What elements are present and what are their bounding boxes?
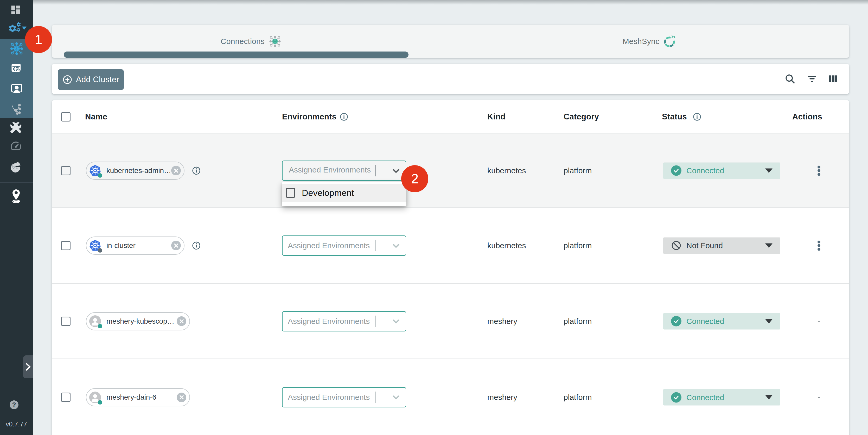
row-checkbox[interactable] xyxy=(61,166,70,175)
connection-info-icon[interactable] xyxy=(192,166,201,175)
row-checkbox[interactable] xyxy=(61,317,70,326)
caret-down-icon xyxy=(765,243,773,248)
sidebar-divider xyxy=(0,182,33,183)
status-chip-notfound[interactable]: Not Found xyxy=(663,237,780,254)
tab-bar: Connections MeshSync xyxy=(52,25,849,58)
chevron-down-icon[interactable] xyxy=(390,392,402,403)
status-dot xyxy=(98,324,102,328)
environments-info-icon[interactable] xyxy=(340,113,348,121)
column-header-kind[interactable]: Kind xyxy=(487,112,505,122)
status-label: Connected xyxy=(686,166,765,175)
view-columns-button[interactable] xyxy=(825,70,841,87)
placeholder-text: Assigned Environments xyxy=(289,165,371,174)
menu-item-development[interactable]: Development xyxy=(282,184,406,202)
sidebar-item-get-started[interactable] xyxy=(10,189,22,204)
column-header-environments[interactable]: Environments xyxy=(282,112,336,122)
add-cluster-button[interactable]: Add Cluster xyxy=(58,69,124,90)
sidebar-item-adapters[interactable] xyxy=(0,59,33,78)
status-dot xyxy=(98,400,102,405)
close-icon[interactable] xyxy=(177,393,186,402)
chevron-down-icon[interactable] xyxy=(22,27,27,30)
column-header-category[interactable]: Category xyxy=(564,112,599,122)
chevron-down-icon[interactable] xyxy=(390,240,402,251)
caret-down-icon xyxy=(765,395,773,400)
plus-circle-icon xyxy=(62,75,72,85)
status-label: Not Found xyxy=(686,241,765,250)
chevron-down-icon[interactable] xyxy=(390,165,402,177)
dashboard-icon xyxy=(10,4,21,15)
connection-name: in-cluster xyxy=(106,242,169,250)
kebab-dot xyxy=(817,169,820,172)
category-cell: platform xyxy=(564,241,592,250)
sidebar-item-extensions[interactable] xyxy=(9,160,22,173)
close-icon[interactable] xyxy=(177,316,186,326)
kebab-dot xyxy=(817,165,820,168)
code-window-wrench-icon xyxy=(10,62,23,75)
actions-empty: - xyxy=(810,317,827,326)
select-all-checkbox[interactable] xyxy=(61,112,70,122)
sidebar-item-lifecycle[interactable] xyxy=(8,22,22,33)
connection-info-icon[interactable] xyxy=(192,241,201,250)
sidebar-item-performance[interactable] xyxy=(8,139,23,152)
search-button[interactable] xyxy=(782,70,798,87)
column-header-status[interactable]: Status xyxy=(662,112,687,122)
kebab-dot xyxy=(817,240,820,243)
sidebar-item-configuration[interactable] xyxy=(9,121,22,134)
check-circle-icon xyxy=(671,316,681,327)
status-chip-connected[interactable]: Connected xyxy=(663,389,780,406)
tab-connections-label: Connections xyxy=(221,37,265,46)
crossed-wrenches-icon xyxy=(10,122,22,134)
version-label: v0.7.77 xyxy=(6,421,27,428)
row-actions-menu-button[interactable] xyxy=(810,240,827,251)
location-pin-icon xyxy=(10,189,22,204)
network-graph-icon xyxy=(10,101,23,115)
filter-button[interactable] xyxy=(804,70,820,87)
kebab-menu-icon xyxy=(817,240,820,251)
caret-down-icon xyxy=(765,168,773,173)
gauge-icon xyxy=(8,139,23,152)
connection-name-chip[interactable]: meshery-dain-6 xyxy=(86,388,190,406)
close-icon[interactable] xyxy=(171,166,181,175)
sidebar-item-clients[interactable] xyxy=(0,79,33,98)
select-divider xyxy=(375,165,376,177)
check-circle-icon xyxy=(671,392,681,402)
text-cursor xyxy=(288,166,288,176)
row-actions-menu-button[interactable] xyxy=(810,165,827,176)
status-dot xyxy=(98,173,102,178)
chevron-down-icon[interactable] xyxy=(390,316,402,327)
screen-user-icon xyxy=(10,82,24,95)
sidebar-expand-button[interactable] xyxy=(23,355,33,378)
table-header-row: Name Environments Kind Category Status A… xyxy=(52,100,849,134)
row-checkbox[interactable] xyxy=(61,241,70,250)
table-toolbar: Add Cluster xyxy=(52,64,849,94)
environments-select[interactable]: Assigned Environments xyxy=(282,160,406,181)
environments-select[interactable]: Assigned Environments xyxy=(282,387,406,407)
menu-item-label: Development xyxy=(302,188,354,198)
status-chip-connected[interactable]: Connected xyxy=(663,162,780,179)
add-cluster-label: Add Cluster xyxy=(76,75,119,84)
connection-name-chip[interactable]: kubernetes-admin… xyxy=(86,161,184,180)
help-icon[interactable]: ? xyxy=(10,400,19,409)
gears-icon xyxy=(8,22,22,33)
status-chip-connected[interactable]: Connected xyxy=(663,313,780,330)
environments-select[interactable]: Assigned Environments xyxy=(282,236,406,256)
sidebar-divider xyxy=(0,211,33,211)
top-shadow xyxy=(33,0,868,5)
sidebar-item-dashboard[interactable] xyxy=(10,4,21,15)
column-header-name[interactable]: Name xyxy=(85,112,107,122)
connection-name: meshery-kubescop… xyxy=(106,317,175,325)
menu-item-checkbox[interactable] xyxy=(286,188,295,198)
sidebar-submenu xyxy=(0,39,33,118)
sidebar-item-service-graph[interactable] xyxy=(0,98,33,118)
status-label: Connected xyxy=(686,393,765,402)
environments-select-placeholder: Assigned Environments xyxy=(288,165,375,175)
tab-meshsync[interactable]: MeshSync xyxy=(451,25,849,58)
connection-name-chip[interactable]: in-cluster xyxy=(86,237,184,255)
close-icon[interactable] xyxy=(171,241,181,250)
main-content: Connections MeshSync xyxy=(33,0,868,435)
meshsync-spinner-icon xyxy=(663,34,677,49)
environments-select[interactable]: Assigned Environments xyxy=(282,311,406,332)
connection-name-chip[interactable]: meshery-kubescop… xyxy=(86,312,190,331)
row-checkbox[interactable] xyxy=(61,393,70,402)
status-info-icon[interactable] xyxy=(693,113,702,121)
